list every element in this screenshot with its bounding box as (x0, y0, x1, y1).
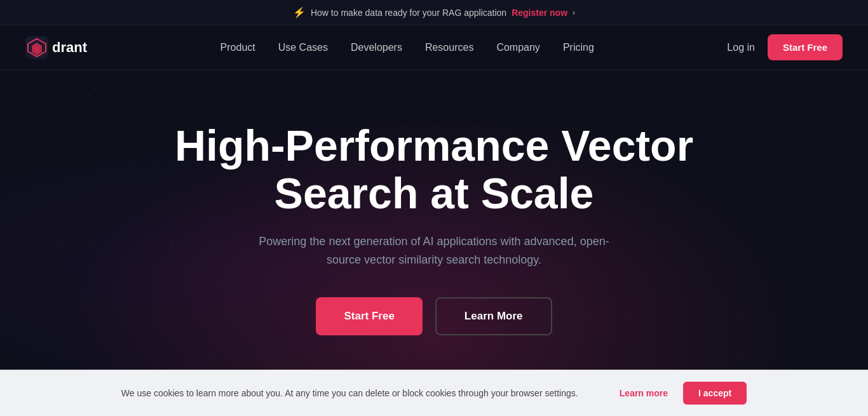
logo-link[interactable]: drant (25, 36, 87, 59)
announcement-text: How to make data ready for your RAG appl… (311, 8, 506, 18)
hero-buttons: Start Free Learn More (316, 297, 552, 335)
announcement-bar: ⚡ How to make data ready for your RAG ap… (0, 0, 868, 25)
logo-icon (25, 36, 48, 59)
register-now-link[interactable]: Register now (512, 8, 567, 18)
main-nav: drant Product Use Cases Developers Resou… (0, 25, 868, 70)
cookie-accept-button[interactable]: I accept (683, 382, 747, 400)
nav-actions: Log in Start Free (727, 34, 843, 60)
hero-start-free-button[interactable]: Start Free (316, 297, 422, 335)
cookie-text: We use cookies to learn more about you. … (121, 388, 604, 398)
nav-links: Product Use Cases Developers Resources C… (220, 42, 594, 53)
logo-text: drant (52, 39, 87, 56)
lightning-icon: ⚡ (293, 6, 306, 18)
cookie-learn-more-link[interactable]: Learn more (620, 388, 668, 398)
nav-item-product[interactable]: Product (220, 42, 255, 53)
hero-title: High-Performance Vector Search at Scale (173, 122, 695, 217)
hero-subtitle: Powering the next generation of AI appli… (243, 232, 625, 269)
nav-item-developers[interactable]: Developers (351, 42, 402, 53)
nav-item-use-cases[interactable]: Use Cases (278, 42, 328, 53)
login-button[interactable]: Log in (727, 42, 755, 53)
hero-learn-more-button[interactable]: Learn More (435, 297, 552, 335)
nav-item-resources[interactable]: Resources (425, 42, 473, 53)
hero-section: High-Performance Vector Search at Scale … (0, 70, 868, 400)
nav-item-pricing[interactable]: Pricing (563, 42, 594, 53)
cookie-banner: We use cookies to learn more about you. … (0, 370, 868, 400)
arrow-icon: › (573, 8, 575, 17)
nav-start-free-button[interactable]: Start Free (768, 34, 843, 60)
nav-item-company[interactable]: Company (496, 42, 539, 53)
